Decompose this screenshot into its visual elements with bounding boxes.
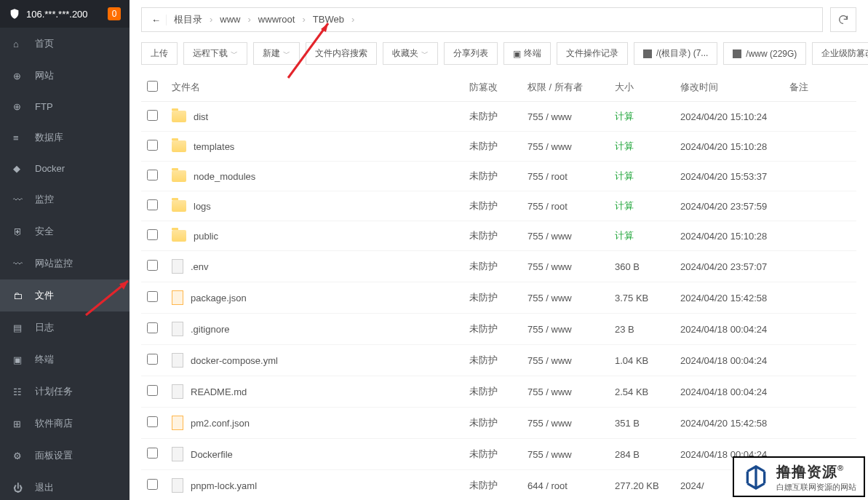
col-note[interactable]: 备注 — [784, 74, 856, 102]
row-checkbox[interactable] — [147, 322, 158, 333]
cell-size[interactable]: 计算 — [609, 191, 674, 221]
nav-item-cron[interactable]: ☷计划任务 — [0, 376, 130, 408]
table-row[interactable]: dist未防护755 / www计算2024/04/20 15:10:24 — [141, 102, 856, 132]
remote-download-button[interactable]: 远程下载﹀ — [183, 42, 247, 65]
cell-protect: 未防护 — [463, 408, 522, 439]
disk-www-button[interactable]: /www (229G) — [723, 42, 806, 65]
col-perm[interactable]: 权限 / 所有者 — [522, 74, 609, 102]
nav-label: 首页 — [35, 37, 54, 50]
file-name[interactable]: public — [194, 231, 218, 242]
file-name[interactable]: templates — [194, 141, 234, 152]
row-checkbox[interactable] — [147, 416, 158, 427]
nav-item-panel[interactable]: ⚙面板设置 — [0, 440, 130, 472]
cell-size: 284 B — [609, 439, 674, 470]
select-all-checkbox[interactable] — [147, 81, 158, 92]
table-row[interactable]: .env未防护755 / www360 B2024/04/20 23:57:07 — [141, 251, 856, 282]
table-row[interactable]: pm2.conf.json未防护755 / www351 B2024/04/20… — [141, 408, 856, 439]
nav-item-security[interactable]: ⛨安全 — [0, 215, 130, 247]
table-row[interactable]: templates未防护755 / www计算2024/04/20 15:10:… — [141, 132, 856, 162]
cell-size[interactable]: 计算 — [609, 162, 674, 191]
file-name[interactable]: README.md — [191, 386, 247, 397]
crumb-segment[interactable]: www — [212, 14, 247, 25]
table-row[interactable]: README.md未防护755 / www2.54 KB2024/04/18 0… — [141, 376, 856, 408]
col-mtime[interactable]: 修改时间 — [674, 74, 784, 102]
cell-note — [784, 221, 856, 251]
cell-protect: 未防护 — [463, 470, 522, 501]
row-checkbox[interactable] — [147, 448, 158, 459]
terminal-button[interactable]: ▣终端 — [503, 42, 551, 65]
table-header-row: 文件名 防篡改 权限 / 所有者 大小 修改时间 备注 — [141, 74, 856, 102]
cell-size: 277.20 KB — [609, 470, 674, 501]
refresh-button[interactable] — [830, 7, 856, 32]
cell-size[interactable]: 计算 — [609, 102, 674, 132]
row-checkbox[interactable] — [147, 140, 158, 151]
cell-mtime: 2024/04/20 15:10:24 — [674, 102, 784, 132]
file-name[interactable]: pm2.conf.json — [191, 418, 250, 429]
shield-icon — [9, 7, 20, 20]
file-name[interactable]: package.json — [191, 293, 247, 303]
row-checkbox[interactable] — [147, 110, 158, 121]
nav-item-logout[interactable]: ⏻退出 — [0, 472, 130, 500]
cell-size[interactable]: 计算 — [609, 221, 674, 251]
sitemon-icon: 〰 — [13, 258, 25, 269]
cell-perm: 755 / www — [522, 221, 609, 251]
nav-item-monitor[interactable]: 〰监控 — [0, 183, 130, 215]
nav-item-docker[interactable]: ◆Docker — [0, 154, 130, 183]
cell-size[interactable]: 计算 — [609, 132, 674, 162]
file-name[interactable]: Dockerfile — [191, 449, 233, 460]
row-checkbox[interactable] — [147, 291, 158, 302]
cell-protect: 未防护 — [463, 345, 522, 376]
row-checkbox[interactable] — [147, 260, 158, 271]
chevron-right-icon: › — [351, 14, 354, 25]
table-row[interactable]: logs未防护755 / root计算2024/04/20 23:57:59 — [141, 191, 856, 221]
main-content: ← 根目录›www›wwwroot›TBWeb› 上传 远程下载﹀ 新建﹀ 文件… — [130, 0, 868, 500]
watermark: 撸撸资源® 白嫖互联网资源的网站 — [733, 456, 865, 497]
file-name[interactable]: .gitignore — [191, 324, 229, 335]
cell-mtime: 2024/04/20 15:42:58 — [674, 282, 784, 314]
file-name[interactable]: .env — [191, 261, 209, 272]
crumb-segment[interactable]: 根目录 — [167, 14, 210, 25]
row-checkbox[interactable] — [147, 229, 158, 240]
nav-label: 文件 — [35, 289, 54, 302]
table-row[interactable]: docker-compose.yml未防护755 / www1.04 KB202… — [141, 345, 856, 376]
file-name[interactable]: pnpm-lock.yaml — [191, 480, 257, 491]
favorites-button[interactable]: 收藏夹﹀ — [383, 42, 438, 65]
annotation-arrow-2 — [79, 275, 137, 319]
watermark-title: 撸撸资源® — [776, 462, 856, 482]
terminal-icon: ▣ — [13, 354, 25, 365]
nav-item-site[interactable]: ⊕网站 — [0, 60, 130, 92]
file-name[interactable]: docker-compose.yml — [191, 355, 278, 366]
enterprise-protect-button[interactable]: 企业级防篡改 — [812, 42, 868, 65]
row-checkbox[interactable] — [147, 479, 158, 490]
disk-icon — [643, 49, 652, 58]
cell-mtime: 2024/04/20 23:57:07 — [674, 251, 784, 282]
back-button[interactable]: ← — [146, 15, 167, 25]
table-row[interactable]: package.json未防护755 / www3.75 KB2024/04/2… — [141, 282, 856, 314]
file-table-wrap: 文件名 防篡改 权限 / 所有者 大小 修改时间 备注 dist未防护755 /… — [130, 74, 868, 500]
file-name[interactable]: dist — [194, 111, 208, 122]
col-protect[interactable]: 防篡改 — [463, 74, 522, 102]
table-row[interactable]: public未防护755 / www计算2024/04/20 15:10:28 — [141, 221, 856, 251]
file-name[interactable]: logs — [194, 201, 211, 212]
nav-item-store[interactable]: ⊞软件商店 — [0, 408, 130, 440]
row-checkbox[interactable] — [147, 385, 158, 396]
table-row[interactable]: node_modules未防护755 / root计算2024/04/20 15… — [141, 162, 856, 191]
col-size[interactable]: 大小 — [609, 74, 674, 102]
upload-button[interactable]: 上传 — [141, 42, 178, 65]
row-checkbox[interactable] — [147, 170, 158, 180]
file-log-button[interactable]: 文件操作记录 — [557, 42, 628, 65]
disk-root-button[interactable]: /(根目录) (7... — [634, 42, 717, 65]
file-name[interactable]: node_modules — [194, 171, 255, 182]
row-checkbox[interactable] — [147, 199, 158, 210]
share-list-button[interactable]: 分享列表 — [444, 42, 498, 65]
file-icon — [172, 290, 183, 305]
row-checkbox[interactable] — [147, 354, 158, 365]
notification-badge[interactable]: 0 — [108, 7, 121, 20]
nav-item-home[interactable]: ⌂首页 — [0, 28, 130, 60]
nav-item-ftp[interactable]: ⊕FTP — [0, 92, 130, 122]
nav-item-db[interactable]: ≡数据库 — [0, 122, 130, 154]
docker-icon: ◆ — [13, 163, 25, 174]
nav-item-terminal[interactable]: ▣终端 — [0, 344, 130, 376]
table-row[interactable]: .gitignore未防护755 / www23 B2024/04/18 00:… — [141, 314, 856, 345]
home-icon: ⌂ — [13, 39, 25, 49]
